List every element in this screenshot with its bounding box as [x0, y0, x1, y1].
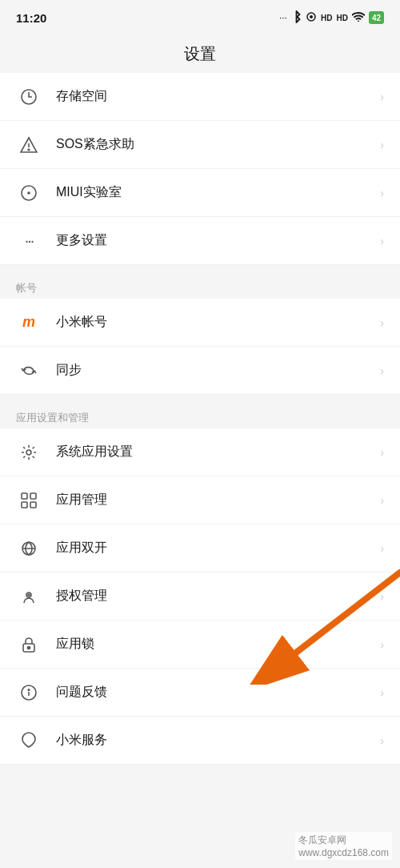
svg-point-17 — [28, 646, 30, 649]
section-apps-label: 应用设置和管理 — [0, 403, 400, 428]
app-lock-label: 应用锁 — [56, 636, 374, 653]
wifi-icon — [352, 12, 365, 24]
mi-account-icon: m — [16, 314, 42, 331]
svg-rect-11 — [22, 502, 27, 508]
auth-arrow: › — [380, 590, 384, 603]
battery-icon: 42 — [369, 11, 384, 24]
status-bar: 11:20 ··· HD HD 42 — [0, 0, 400, 32]
svg-rect-12 — [30, 502, 36, 508]
app-lock-icon — [16, 636, 42, 653]
section-account: 帐号 m 小米帐号 › 同步 › — [0, 273, 400, 395]
settings-item-system-app[interactable]: 系统应用设置 › — [0, 428, 400, 476]
sync-arrow: › — [380, 364, 384, 377]
svg-point-7 — [28, 192, 30, 194]
status-time: 11:20 — [16, 11, 46, 25]
section-apps: 应用设置和管理 系统应用设置 › 应用管理 › — [0, 403, 400, 765]
settings-item-miui[interactable]: MIUI实验室 › — [0, 169, 400, 217]
settings-item-more[interactable]: ··· 更多设置 › — [0, 217, 400, 265]
auth-label: 授权管理 — [56, 588, 374, 605]
settings-item-feedback[interactable]: 问题反馈 › — [0, 669, 400, 717]
sync-icon — [16, 362, 42, 380]
system-app-label: 系统应用设置 — [56, 444, 374, 460]
svg-point-1 — [310, 15, 313, 18]
mi-service-label: 小米服务 — [56, 732, 374, 749]
app-manage-label: 应用管理 — [56, 492, 374, 508]
status-icons: ··· HD HD 42 — [279, 10, 384, 26]
app-lock-arrow: › — [380, 638, 384, 651]
signal-hd1-icon: HD — [321, 14, 332, 22]
section-account-label: 帐号 — [0, 273, 400, 299]
settings-item-mi-account[interactable]: m 小米帐号 › — [0, 299, 400, 347]
settings-item-auth[interactable]: 授权管理 › — [0, 573, 400, 621]
more-arrow: › — [380, 235, 384, 247]
ellipsis-icon: ··· — [279, 12, 287, 23]
sos-arrow: › — [380, 139, 384, 151]
sync-label: 同步 — [56, 362, 374, 379]
settings-item-mi-service[interactable]: 小米服务 › — [0, 717, 400, 765]
settings-item-storage[interactable]: 存储空间 › — [0, 73, 400, 121]
sos-label: SOS紧急求助 — [56, 136, 374, 153]
nfc-icon — [306, 11, 317, 25]
svg-point-14 — [26, 593, 31, 597]
system-app-icon — [16, 444, 42, 461]
mi-service-arrow: › — [380, 734, 384, 747]
storage-label: 存储空间 — [56, 88, 374, 105]
section-general: 存储空间 › SOS紧急求助 › MIUI实验室 › ··· 更多设置 › — [0, 73, 400, 265]
settings-item-app-manage[interactable]: 应用管理 › — [0, 476, 400, 524]
miui-arrow: › — [380, 187, 384, 199]
svg-point-8 — [26, 450, 31, 455]
storage-icon — [16, 88, 42, 106]
feedback-icon — [16, 684, 42, 701]
more-label: 更多设置 — [56, 232, 374, 249]
settings-item-app-dual[interactable]: 应用双开 › — [0, 524, 400, 573]
miui-icon — [16, 184, 42, 202]
system-app-arrow: › — [380, 446, 384, 459]
svg-point-15 — [28, 594, 30, 596]
settings-item-sync[interactable]: 同步 › — [0, 347, 400, 395]
svg-point-5 — [28, 149, 30, 151]
settings-item-sos[interactable]: SOS紧急求助 › — [0, 121, 400, 169]
svg-rect-10 — [30, 493, 36, 499]
feedback-arrow: › — [380, 686, 384, 699]
app-manage-icon — [16, 492, 42, 509]
signal-hd2-icon: HD — [336, 14, 347, 22]
feedback-label: 问题反馈 — [56, 684, 374, 701]
svg-rect-9 — [22, 493, 27, 499]
auth-icon — [16, 588, 42, 605]
sos-icon — [16, 136, 42, 154]
mi-account-label: 小米帐号 — [56, 314, 374, 331]
bluetooth-icon — [291, 10, 302, 26]
more-icon: ··· — [16, 231, 42, 250]
app-dual-label: 应用双开 — [56, 540, 374, 557]
svg-point-22 — [28, 689, 30, 690]
storage-arrow: › — [380, 90, 384, 103]
mi-service-icon — [16, 732, 42, 749]
mi-account-arrow: › — [380, 316, 384, 329]
miui-label: MIUI实验室 — [56, 184, 374, 201]
settings-item-app-lock[interactable]: 应用锁 › — [0, 621, 400, 669]
app-manage-arrow: › — [380, 494, 384, 507]
page-title: 设置 — [0, 32, 400, 73]
watermark: 冬瓜安卓网www.dgxcdz168.com — [295, 832, 392, 860]
app-dual-icon — [16, 540, 42, 557]
app-dual-arrow: › — [380, 542, 384, 555]
